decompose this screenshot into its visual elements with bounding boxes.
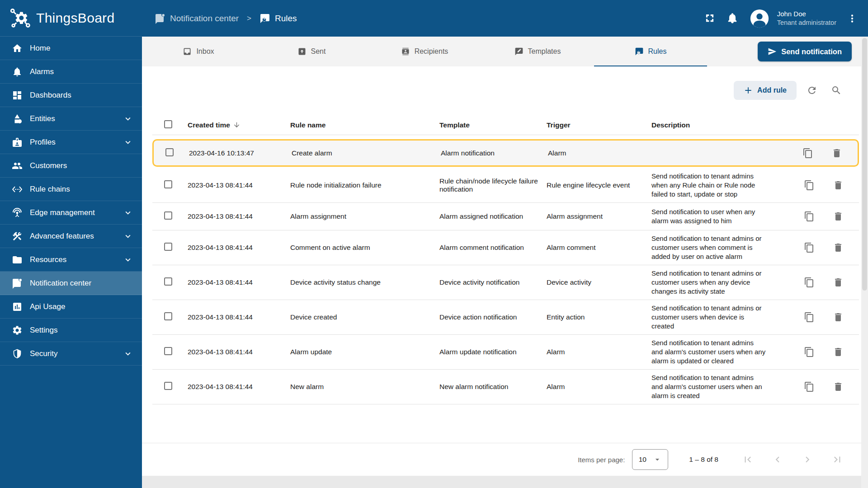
table-row[interactable]: 2023-04-13 08:41:44 Device activity stat… bbox=[152, 265, 859, 300]
cell-template: Device action notification bbox=[439, 310, 547, 325]
copy-rule-button[interactable] bbox=[802, 148, 813, 159]
sidebar-item-edge-management[interactable]: Edge management bbox=[0, 201, 142, 225]
column-rule-name[interactable]: Rule name bbox=[290, 121, 439, 129]
sidebar-item-notification-center[interactable]: Notification center bbox=[0, 272, 142, 295]
settings-icon bbox=[12, 325, 23, 336]
copy-rule-button[interactable] bbox=[804, 381, 815, 392]
last-page-button[interactable] bbox=[831, 454, 843, 465]
alarms-icon bbox=[12, 66, 23, 77]
send-notification-button[interactable]: Send notification bbox=[758, 42, 852, 61]
profiles-icon bbox=[12, 137, 23, 148]
copy-rule-button[interactable] bbox=[804, 211, 815, 222]
cell-template: Alarm notification bbox=[441, 145, 548, 161]
breadcrumb-section-link[interactable]: Notification center bbox=[155, 13, 239, 24]
column-template[interactable]: Template bbox=[439, 121, 547, 129]
row-checkbox[interactable] bbox=[164, 211, 172, 220]
fullscreen-icon bbox=[704, 12, 716, 24]
first-page-button[interactable] bbox=[742, 454, 754, 465]
sidebar-item-home[interactable]: Home bbox=[0, 37, 142, 60]
scrollbar-track[interactable] bbox=[861, 37, 868, 488]
table-row[interactable]: 2023-04-13 08:41:44 Rule node initializa… bbox=[152, 168, 859, 203]
row-checkbox-cell bbox=[154, 145, 189, 162]
column-description[interactable]: Description bbox=[651, 121, 770, 129]
row-checkbox[interactable] bbox=[164, 277, 172, 286]
cell-trigger: Alarm bbox=[547, 344, 651, 360]
tab-sent[interactable]: Sent bbox=[255, 37, 368, 66]
row-actions bbox=[770, 273, 859, 291]
user-info[interactable]: John Doe Tenant administrator bbox=[777, 9, 836, 28]
row-actions bbox=[772, 144, 858, 162]
sidebar-item-api-usage[interactable]: Api Usage bbox=[0, 295, 142, 319]
next-page-button[interactable] bbox=[802, 454, 813, 465]
sidebar-item-label: Edge management bbox=[30, 208, 116, 217]
sidebar-item-advanced-features[interactable]: Advanced features bbox=[0, 225, 142, 248]
copy-rule-button[interactable] bbox=[804, 242, 815, 253]
delete-rule-button[interactable] bbox=[833, 277, 844, 288]
sidebar-item-entities[interactable]: Entities bbox=[0, 107, 142, 131]
user-avatar[interactable] bbox=[749, 8, 770, 29]
delete-rule-button[interactable] bbox=[833, 381, 844, 392]
tab-inbox[interactable]: Inbox bbox=[142, 37, 255, 66]
chevron-down-icon bbox=[123, 137, 133, 147]
fullscreen-button[interactable] bbox=[704, 12, 717, 25]
select-all-checkbox[interactable] bbox=[164, 120, 172, 128]
delete-rule-button[interactable] bbox=[833, 312, 844, 323]
thingsboard-logo-icon bbox=[10, 8, 31, 28]
copy-rule-button[interactable] bbox=[804, 180, 815, 191]
delete-rule-button[interactable] bbox=[831, 148, 842, 159]
row-checkbox-cell bbox=[152, 309, 188, 326]
column-created-time[interactable]: Created time bbox=[188, 121, 290, 129]
copy-rule-button[interactable] bbox=[804, 277, 815, 288]
sidebar-item-dashboards[interactable]: Dashboards bbox=[0, 84, 142, 107]
table-row[interactable]: 2023-04-13 08:41:44 Alarm assignment Ala… bbox=[152, 203, 859, 230]
notification-center-icon bbox=[155, 13, 165, 24]
sidebar-item-label: Dashboards bbox=[30, 91, 133, 100]
row-checkbox[interactable] bbox=[164, 180, 172, 188]
copy-rule-button[interactable] bbox=[804, 312, 815, 323]
customers-icon bbox=[12, 160, 23, 171]
refresh-button[interactable] bbox=[803, 81, 821, 99]
delete-rule-button[interactable] bbox=[833, 211, 844, 222]
app-logo[interactable]: ThingsBoard bbox=[0, 0, 142, 37]
table-row[interactable]: 2023-04-13 08:41:44 Alarm update Alarm u… bbox=[152, 335, 859, 370]
send-icon bbox=[768, 47, 777, 56]
sidebar-item-label: Advanced features bbox=[30, 232, 116, 241]
row-checkbox[interactable] bbox=[164, 347, 172, 355]
row-checkbox[interactable] bbox=[164, 312, 172, 320]
sidebar-item-rule-chains[interactable]: Rule chains bbox=[0, 178, 142, 201]
cell-description bbox=[653, 150, 772, 157]
sidebar-item-alarms[interactable]: Alarms bbox=[0, 60, 142, 84]
table-row[interactable]: 2023-04-13 08:41:44 Device created Devic… bbox=[152, 300, 859, 335]
row-checkbox[interactable] bbox=[164, 243, 172, 251]
sidebar-item-profiles[interactable]: Profiles bbox=[0, 131, 142, 154]
more-menu-button[interactable] bbox=[846, 13, 858, 24]
table-row[interactable]: 2023-04-16 10:13:47 Create alarm Alarm n… bbox=[152, 139, 859, 167]
notifications-bell-button[interactable] bbox=[726, 12, 739, 25]
sidebar-item-resources[interactable]: Resources bbox=[0, 248, 142, 272]
copy-rule-button[interactable] bbox=[804, 347, 815, 357]
delete-rule-button[interactable] bbox=[833, 347, 844, 357]
sidebar-item-customers[interactable]: Customers bbox=[0, 154, 142, 178]
sidebar-item-settings[interactable]: Settings bbox=[0, 319, 142, 342]
search-button[interactable] bbox=[827, 81, 845, 99]
delete-rule-button[interactable] bbox=[833, 242, 844, 253]
tab-templates[interactable]: Templates bbox=[481, 37, 594, 66]
add-rule-button[interactable]: Add rule bbox=[734, 81, 797, 100]
edge-management-icon bbox=[12, 207, 23, 218]
tab-recipients[interactable]: Recipients bbox=[368, 37, 481, 66]
previous-page-button[interactable] bbox=[772, 454, 783, 465]
sidebar-item-security[interactable]: Security bbox=[0, 342, 142, 366]
tab-rules[interactable]: Rules bbox=[594, 37, 707, 66]
recipients-tab-icon bbox=[401, 47, 410, 56]
column-trigger[interactable]: Trigger bbox=[547, 121, 651, 129]
table-row[interactable]: 2023-04-13 08:41:44 New alarm New alarm … bbox=[152, 370, 859, 404]
delete-rule-button[interactable] bbox=[833, 180, 844, 191]
first-page-icon bbox=[742, 454, 754, 465]
row-checkbox[interactable] bbox=[165, 148, 174, 156]
row-checkbox[interactable] bbox=[164, 382, 172, 390]
items-per-page-select[interactable]: 10 bbox=[632, 449, 668, 470]
scrollbar-thumb[interactable] bbox=[862, 38, 867, 291]
table-row[interactable]: 2023-04-13 08:41:44 Comment on active al… bbox=[152, 230, 859, 265]
row-actions bbox=[770, 176, 859, 194]
table-header-row: Created time Rule name Template Trigger … bbox=[152, 115, 859, 135]
